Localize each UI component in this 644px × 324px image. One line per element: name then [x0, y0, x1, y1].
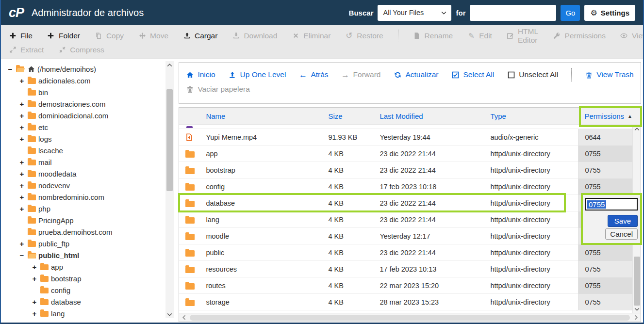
table-row-moodle[interactable]: moodle4 KBYesterday 12:17httpd/unix-dire… [179, 228, 641, 244]
toolbar-move-button[interactable]: Move [138, 32, 168, 40]
collapse-icon[interactable]: − [7, 65, 14, 73]
tree-item-moodledata[interactable]: +moodledata [1, 168, 176, 179]
search-scope-select[interactable]: All Your Files [378, 5, 451, 21]
toolbar-extract-button[interactable]: Extract [9, 46, 44, 54]
sidebar-scrollbar[interactable] [165, 61, 174, 318]
nav-view-trash-button[interactable]: View Trash [585, 70, 633, 79]
table-row-resources[interactable]: resources4 KB17 feb 2023 10:13httpd/unix… [179, 261, 641, 277]
nav-atr-s-button[interactable]: ←Atrás [299, 70, 328, 79]
expand-icon[interactable]: + [18, 100, 25, 108]
row-icon-cell [179, 282, 201, 290]
tree-item-home-demoihos[interactable]: −(/home/demoihos) [1, 63, 176, 75]
nav-inicio-button[interactable]: Inicio [186, 70, 215, 79]
nav-select-all-button[interactable]: Select All [451, 70, 494, 79]
column-header-size[interactable]: Size [324, 112, 375, 120]
tree-item-pricingapp[interactable]: PricingApp [1, 214, 176, 226]
toolbar-download-button[interactable]: Download [232, 32, 277, 40]
scroll-right-icon[interactable] [632, 314, 640, 322]
scroll-down-icon[interactable] [165, 310, 174, 318]
tree-item-public-ftp[interactable]: +public_ftp [1, 238, 176, 249]
expand-icon[interactable]: + [18, 135, 25, 143]
expand-icon[interactable]: + [18, 123, 25, 131]
tree-item-mail[interactable]: +mail [1, 156, 176, 168]
tree-item-public-html[interactable]: −public_html [1, 249, 176, 261]
toolbar-html-editor-button[interactable]: HTML Editor [507, 27, 539, 45]
folder-icon [185, 201, 195, 207]
tree-item-nombredominio-com[interactable]: +nombredominio.com [1, 191, 176, 203]
horizontal-scrollbar[interactable] [179, 313, 641, 322]
search-input[interactable] [470, 5, 556, 21]
scroll-down-icon[interactable] [633, 305, 641, 313]
table-row-public[interactable]: public4 KB23 dic 2022 21:44httpd/unix-di… [179, 244, 641, 261]
toolbar-folder-button[interactable]: Folder [47, 32, 80, 40]
nav-up-one-level-button[interactable]: Up One Level [229, 70, 286, 79]
tree-item-app[interactable]: +app [1, 261, 176, 273]
expand-icon[interactable]: + [31, 263, 38, 271]
table-row-routes[interactable]: routes4 KB22 mar 2023 15:20httpd/unix-di… [179, 277, 641, 294]
expand-icon[interactable]: + [18, 77, 25, 85]
table-row-config[interactable]: config4 KB17 feb 2023 10:18httpd/unix-di… [179, 178, 641, 195]
tree-item-demostraciones-com[interactable]: +demostraciones.com [1, 98, 176, 110]
expand-icon[interactable]: + [18, 205, 25, 213]
nav-unselect-all-button[interactable]: Unselect All [507, 70, 558, 79]
tree-item-php[interactable]: +php [1, 203, 176, 214]
cancel-button[interactable]: Cancel [605, 228, 638, 240]
settings-button[interactable]: ⚙ Settings [584, 5, 635, 21]
toolbar-edit-button[interactable]: ✎Edit [467, 32, 492, 40]
expand-icon[interactable]: + [18, 170, 25, 178]
scroll-up-icon[interactable] [633, 125, 641, 133]
tree-item-lscache[interactable]: lscache [1, 145, 176, 156]
tree-item-config[interactable]: config [1, 284, 176, 296]
table-row-database[interactable]: database4 KB23 dic 2022 21:44httpd/unix-… [179, 195, 641, 211]
table-row-yupi-meme-mp4[interactable]: Yupi Meme.mp491.93 KBYesterday 19:44audi… [179, 129, 641, 146]
table-row-bootstrap[interactable]: bootstrap4 KB23 dic 2022 21:44httpd/unix… [179, 162, 641, 178]
tree-item-bootstrap[interactable]: +bootstrap [1, 273, 176, 284]
tree-item-logs[interactable]: +logs [1, 133, 176, 145]
toolbar-permissions-button[interactable]: Permissions [553, 32, 606, 40]
tree-item-etc[interactable]: +etc [1, 121, 176, 133]
expand-icon[interactable]: + [18, 181, 25, 190]
tree-item-dominioadicional-com[interactable]: +dominioadicional.com [1, 110, 176, 121]
column-header-type[interactable]: Type [486, 112, 578, 120]
expand-icon[interactable]: + [31, 298, 38, 306]
tree-item-lang[interactable]: +lang [1, 308, 176, 319]
toolbar-cargar-button[interactable]: Cargar [183, 32, 217, 40]
file-list-scrollbar-thumb[interactable] [634, 257, 640, 306]
tree-item-label: etc [38, 123, 48, 131]
scroll-up-icon[interactable] [165, 61, 174, 69]
expand-icon[interactable]: + [31, 275, 38, 283]
nav-vaciar-papelera-button[interactable]: Vaciar papelera [186, 85, 249, 94]
tree-item-bin[interactable]: bin [1, 86, 176, 98]
expand-icon[interactable]: + [18, 240, 25, 248]
expand-icon[interactable]: + [18, 112, 25, 120]
column-header-last-modified[interactable]: Last Modified [375, 112, 486, 120]
permissions-input[interactable]: 0755 [585, 198, 638, 211]
table-row-lang[interactable]: lang4 KB23 dic 2022 21:44httpd/unix-dire… [179, 211, 641, 228]
toolbar-view-button[interactable]: View [620, 32, 644, 40]
sidebar-scrollbar-thumb[interactable] [166, 89, 173, 191]
toolbar-eliminar-button[interactable]: Eliminar [292, 32, 330, 40]
horizontal-scrollbar-thumb[interactable] [190, 315, 630, 321]
nav-actualizar-button[interactable]: Actualizar [394, 70, 438, 79]
toolbar-copy-button[interactable]: Copy [95, 32, 124, 40]
tree-item-adicionales-com[interactable]: +adicionales.com [1, 75, 176, 86]
expand-icon[interactable]: + [31, 309, 38, 318]
table-row-storage[interactable]: storage4 KB28 mar 2023 15:23httpd/unix-d… [179, 294, 641, 310]
collapse-icon[interactable]: − [18, 251, 25, 259]
tree-item-database[interactable]: +database [1, 296, 176, 308]
column-header-name[interactable]: Name [201, 112, 324, 120]
tree-item-nodevenv[interactable]: +nodevenv [1, 179, 176, 191]
toolbar-restore-button[interactable]: ↺Restore [345, 32, 383, 40]
column-header-permissions[interactable]: Permissions ▲ [578, 112, 632, 120]
expand-icon[interactable]: + [18, 193, 25, 201]
expand-icon[interactable]: + [18, 158, 25, 166]
scroll-left-icon[interactable] [180, 314, 188, 322]
toolbar-compress-button[interactable]: Compress [58, 46, 104, 54]
save-button[interactable]: Save [608, 215, 638, 227]
tree-item-prueba-demoihost-com[interactable]: prueba.demoihost.com [1, 226, 176, 238]
go-button[interactable]: Go [561, 5, 580, 21]
toolbar-file-button[interactable]: File [9, 32, 33, 40]
toolbar-rename-button[interactable]: Rename [413, 32, 453, 40]
table-row-app[interactable]: app4 KB23 dic 2022 21:44httpd/unix-direc… [179, 146, 641, 162]
nav-forward-button[interactable]: →Forward [342, 70, 381, 79]
